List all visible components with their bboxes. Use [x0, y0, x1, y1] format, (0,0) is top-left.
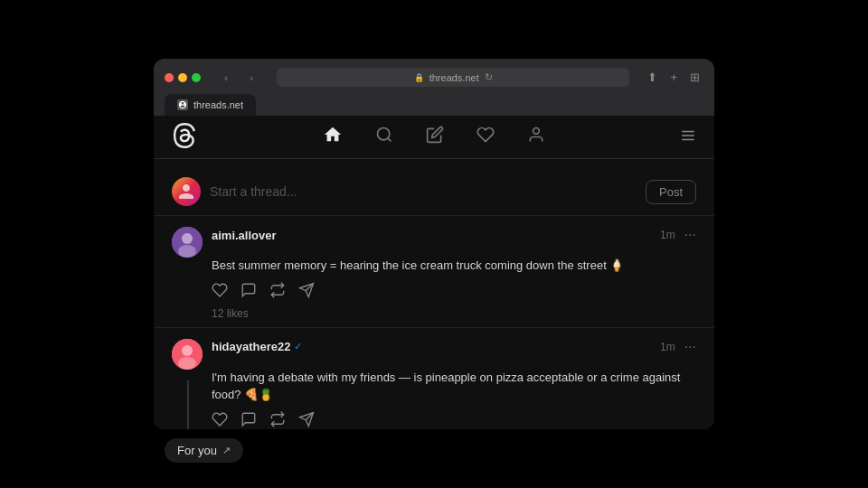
nav-activity[interactable] [476, 126, 495, 148]
traffic-light-yellow[interactable] [178, 73, 187, 82]
post-1: aimi.allover 1m ··· Best summer memory =… [154, 216, 714, 328]
post-meta-2: hidayathere22 ✓ 1m ··· [212, 339, 696, 357]
nav-search[interactable] [375, 126, 393, 148]
thread-line [187, 380, 189, 429]
comment-button-2[interactable] [241, 411, 257, 429]
svg-point-1 [533, 128, 540, 135]
traffic-light-red[interactable] [165, 73, 174, 82]
post-more-1[interactable]: ··· [684, 227, 696, 243]
browser-top-bar: ‹ › 🔒 threads.net ↻ ⬆ + ⊞ [165, 68, 703, 87]
post-meta-1: aimi.allover 1m ··· [212, 227, 696, 245]
comment-button-1[interactable] [241, 282, 257, 302]
post-time-1: 1m [660, 229, 675, 241]
threads-logo [172, 123, 197, 152]
share-button-2[interactable] [298, 411, 315, 429]
app-header [154, 116, 714, 159]
lock-icon: 🔒 [414, 73, 424, 82]
more-button[interactable]: ⊞ [686, 69, 703, 86]
post-username-1: aimi.allover [212, 229, 277, 242]
repost-button-2[interactable] [269, 411, 286, 429]
share-button-1[interactable] [298, 282, 315, 302]
post-user-row-1: aimi.allover 1m ··· [212, 227, 696, 243]
post-more-2[interactable]: ··· [684, 339, 696, 355]
browser-back-button[interactable]: ‹ [215, 69, 237, 87]
post-text-1: Best summer memory = hearing the ice cre… [172, 258, 696, 275]
browser-window: ‹ › 🔒 threads.net ↻ ⬆ + ⊞ [154, 59, 714, 429]
reload-button[interactable]: ↻ [485, 71, 493, 83]
tab-title: threads.net [193, 99, 243, 110]
url-text: threads.net [429, 72, 479, 83]
feed: Start a thread... Post aimi.al [154, 159, 714, 429]
app-content: Start a thread... Post aimi.al [154, 116, 714, 429]
nav-compose[interactable] [426, 126, 444, 148]
repost-button-1[interactable] [269, 282, 286, 302]
svg-point-11 [182, 345, 193, 356]
active-tab[interactable]: threads.net [165, 94, 256, 116]
app-nav [323, 125, 545, 149]
browser-nav: ‹ › [215, 69, 262, 87]
svg-point-7 [178, 245, 196, 258]
new-thread-input[interactable]: Start a thread... [210, 184, 637, 199]
post-2: hidayathere22 ✓ 1m ··· I'm having a deba… [154, 328, 714, 429]
browser-tab-bar: threads.net [165, 94, 703, 116]
post-time-2: 1m [660, 341, 675, 353]
nav-home[interactable] [323, 125, 343, 149]
browser-actions: ⬆ + ⊞ [644, 69, 703, 86]
svg-point-6 [182, 233, 193, 244]
traffic-lights [165, 73, 201, 82]
avatar-1 [172, 227, 203, 258]
like-button-1[interactable] [212, 282, 228, 302]
user-avatar [172, 177, 201, 206]
browser-forward-button[interactable]: › [241, 69, 262, 87]
new-thread-area: Start a thread... Post [154, 168, 714, 216]
post-header-2: hidayathere22 ✓ 1m ··· [172, 339, 696, 370]
traffic-light-green[interactable] [192, 73, 201, 82]
post-header-1: aimi.allover 1m ··· [172, 227, 696, 258]
tab-favicon [177, 99, 188, 110]
add-tab-button[interactable]: + [666, 69, 681, 86]
browser-chrome: ‹ › 🔒 threads.net ↻ ⬆ + ⊞ [154, 59, 714, 116]
post-stats-1: 12 likes [172, 307, 696, 320]
like-button-2[interactable] [212, 411, 228, 429]
address-bar[interactable]: 🔒 threads.net ↻ [277, 68, 629, 87]
post-user-row-2: hidayathere22 ✓ 1m ··· [212, 339, 696, 355]
nav-profile[interactable] [527, 126, 545, 148]
share-button[interactable]: ⬆ [644, 69, 661, 86]
hamburger-button[interactable] [680, 127, 696, 147]
svg-point-12 [178, 357, 196, 370]
post-actions-2 [172, 411, 696, 429]
post-username-2: hidayathere22 [212, 340, 290, 353]
post-text-2: I'm having a debate with my friends — is… [172, 370, 696, 404]
svg-point-0 [378, 128, 390, 140]
avatar-2 [172, 339, 203, 370]
post-button[interactable]: Post [646, 180, 696, 204]
verified-badge-2: ✓ [294, 341, 302, 352]
post-actions-1 [172, 282, 696, 302]
